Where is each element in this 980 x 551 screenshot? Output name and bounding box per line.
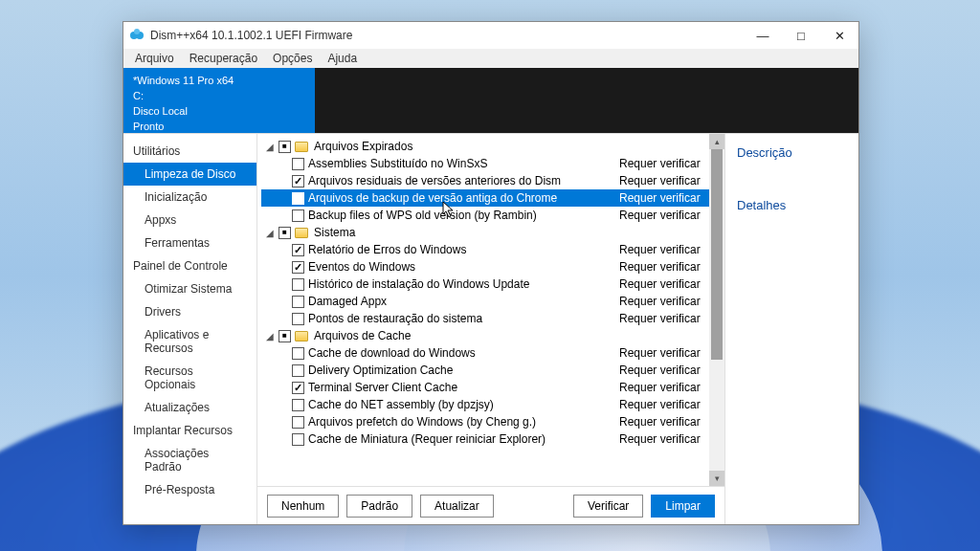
details-heading: Detalhes	[737, 198, 847, 212]
item-label: Backup files of WPS old version (by Ramb…	[308, 209, 615, 222]
tree-item[interactable]: Delivery Optimization CacheRequer verifi…	[261, 362, 709, 379]
tree-item[interactable]: Pontos de restauração do sistemaRequer v…	[261, 310, 709, 327]
item-checkbox[interactable]	[292, 433, 304, 446]
sidebar-item[interactable]: Otimizar Sistema	[123, 277, 256, 300]
expander-icon[interactable]: ◢	[265, 142, 275, 151]
group-checkbox[interactable]	[278, 141, 291, 153]
item-status: Requer verificar	[619, 191, 705, 205]
sidebar-group: Implantar Recursos	[123, 419, 256, 442]
item-status: Requer verificar	[619, 209, 705, 222]
item-checkbox[interactable]	[292, 416, 304, 429]
item-status: Requer verificar	[619, 415, 705, 429]
right-panel: Descrição Detalhes	[724, 134, 858, 524]
menu-opcoes[interactable]: Opções	[265, 50, 320, 67]
item-checkbox[interactable]	[292, 382, 304, 394]
item-status: Requer verificar	[619, 312, 705, 325]
tree-group[interactable]: ◢Sistema	[261, 224, 709, 241]
verify-button[interactable]: Verificar	[573, 495, 643, 518]
center-panel: ◢Arquivos ExpiradosAssemblies Substituíd…	[257, 134, 724, 524]
scroll-up-button[interactable]: ▴	[709, 134, 724, 149]
item-status: Requer verificar	[619, 346, 705, 360]
item-status: Requer verificar	[619, 364, 705, 377]
menu-arquivo[interactable]: Arquivo	[127, 50, 182, 67]
item-checkbox[interactable]	[292, 364, 304, 377]
clean-button[interactable]: Limpar	[651, 495, 715, 518]
tree-item[interactable]: Histórico de instalação do Windows Updat…	[261, 276, 709, 293]
scroll-down-button[interactable]: ▾	[709, 471, 724, 486]
item-checkbox[interactable]	[292, 399, 304, 411]
scrollbar[interactable]: ▴ ▾	[709, 134, 724, 486]
maximize-button[interactable]: □	[782, 22, 820, 49]
item-status: Requer verificar	[619, 295, 705, 308]
tree-item[interactable]: Cache de Miniatura (Requer reiniciar Exp…	[261, 430, 709, 448]
item-checkbox[interactable]	[292, 261, 304, 274]
item-checkbox[interactable]	[292, 192, 304, 205]
footer: Nenhum Padrão Atualizar Verificar Limpar	[257, 486, 724, 524]
item-checkbox[interactable]	[292, 296, 304, 308]
tree-item[interactable]: Arquivos prefetch do Windows (by Cheng g…	[261, 413, 709, 430]
item-label: Assemblies Substituído no WinSxS	[308, 157, 615, 170]
group-checkbox[interactable]	[278, 227, 291, 239]
item-checkbox[interactable]	[292, 244, 304, 256]
item-status: Requer verificar	[619, 260, 705, 274]
info-strip: *Windows 11 Pro x64 C: Disco Local Pront…	[123, 68, 858, 133]
item-checkbox[interactable]	[292, 175, 304, 187]
item-status: Requer verificar	[619, 157, 705, 170]
scroll-thumb[interactable]	[711, 149, 723, 360]
body-area: UtilitáriosLimpeza de DiscoInicialização…	[123, 133, 858, 524]
expander-icon[interactable]: ◢	[265, 228, 275, 237]
menu-recuperacao[interactable]: Recuperação	[182, 50, 265, 67]
tree-group[interactable]: ◢Arquivos Expirados	[261, 138, 709, 155]
tree-item[interactable]: Assemblies Substituído no WinSxSRequer v…	[261, 155, 709, 172]
item-status: Requer verificar	[619, 398, 705, 411]
sidebar-item[interactable]: Ferramentas	[123, 231, 256, 254]
group-label: Arquivos Expirados	[314, 140, 412, 153]
none-button[interactable]: Nenhum	[267, 495, 339, 518]
item-label: Eventos do Windows	[308, 260, 615, 274]
titlebar[interactable]: Dism++x64 10.1.1002.1 UEFI Firmware — □ …	[123, 22, 858, 49]
sidebar-item[interactable]: Drivers	[123, 300, 256, 323]
item-checkbox[interactable]	[292, 209, 304, 222]
app-window: Dism++x64 10.1.1002.1 UEFI Firmware — □ …	[122, 21, 859, 525]
item-label: Arquivos de backup de versão antiga do C…	[308, 191, 615, 205]
default-button[interactable]: Padrão	[346, 495, 412, 518]
item-status: Requer verificar	[619, 381, 705, 394]
item-checkbox[interactable]	[292, 158, 304, 170]
tree-item[interactable]: Terminal Server Client CacheRequer verif…	[261, 379, 709, 396]
refresh-button[interactable]: Atualizar	[420, 495, 494, 518]
tree-item[interactable]: Arquivos de backup de versão antiga do C…	[261, 189, 709, 207]
item-checkbox[interactable]	[292, 347, 304, 360]
sidebar-item[interactable]: Associações Padrão	[123, 442, 256, 478]
tree-item[interactable]: Cache de download do WindowsRequer verif…	[261, 344, 709, 362]
item-label: Cache de download do Windows	[308, 346, 615, 360]
sidebar-item[interactable]: Appxs	[123, 209, 256, 231]
expander-icon[interactable]: ◢	[265, 331, 275, 341]
folder-icon	[295, 142, 308, 152]
item-label: Delivery Optimization Cache	[308, 364, 615, 377]
tree-item[interactable]: Cache do NET assembly (by dpzjsy)Requer …	[261, 396, 709, 413]
sidebar-item[interactable]: Inicialização	[123, 186, 256, 209]
cleanup-tree: ◢Arquivos ExpiradosAssemblies Substituíd…	[257, 134, 709, 486]
system-info-panel[interactable]: *Windows 11 Pro x64 C: Disco Local Pront…	[123, 68, 315, 133]
sidebar-item[interactable]: Pré-Resposta	[123, 478, 256, 501]
item-label: Pontos de restauração do sistema	[308, 312, 615, 325]
tree-group[interactable]: ◢Arquivos de Cache	[261, 327, 709, 344]
sidebar-item[interactable]: Recursos Opcionais	[123, 360, 256, 396]
close-button[interactable]: ✕	[820, 22, 858, 49]
item-status: Requer verificar	[619, 243, 705, 256]
menu-ajuda[interactable]: Ajuda	[320, 50, 365, 67]
tree-item[interactable]: Backup files of WPS old version (by Ramb…	[261, 207, 709, 224]
group-checkbox[interactable]	[278, 330, 291, 342]
sidebar-item[interactable]: Atualizações	[123, 396, 256, 419]
tree-item[interactable]: Eventos do WindowsRequer verificar	[261, 258, 709, 276]
item-checkbox[interactable]	[292, 313, 304, 325]
sidebar-item[interactable]: Limpeza de Disco	[123, 163, 256, 186]
tree-item[interactable]: Damaged AppxRequer verificar	[261, 293, 709, 310]
tree-item[interactable]: Relatório de Erros do WindowsRequer veri…	[261, 241, 709, 258]
tree-item[interactable]: Arquivos residuais de versões anteriores…	[261, 172, 709, 189]
minimize-button[interactable]: —	[744, 22, 782, 49]
item-label: Cache do NET assembly (by dpzjsy)	[308, 398, 615, 411]
item-checkbox[interactable]	[292, 278, 304, 291]
sidebar-item[interactable]: Aplicativos e Recursos	[123, 323, 256, 360]
item-label: Damaged Appx	[308, 295, 615, 308]
